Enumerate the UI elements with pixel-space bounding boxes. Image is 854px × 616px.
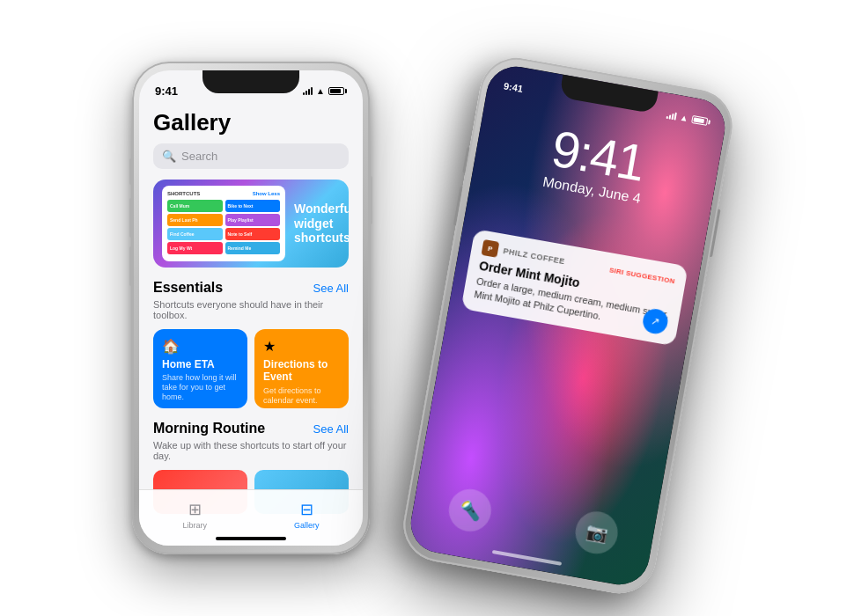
search-bar[interactable]: 🔍 Search (153, 143, 349, 169)
power-button-right[interactable] (710, 209, 721, 258)
morning-description: Wake up with these shortcuts to start of… (153, 440, 349, 461)
battery-icon (328, 87, 347, 95)
card-title: Directions to Event (263, 358, 340, 384)
camera-icon: 📷 (584, 520, 609, 545)
iphone-right-wrapper: 9:41 ▲ (423, 53, 722, 563)
star-icon: ★ (263, 338, 340, 355)
gallery-icon: ⊟ (300, 500, 313, 519)
morning-title: Morning Routine (153, 421, 265, 436)
search-placeholder: Search (181, 150, 217, 163)
lock-status-time: 9:41 (503, 80, 524, 94)
lock-wifi-icon: ▲ (679, 112, 689, 123)
shortcut-item: Find Coffee (167, 228, 223, 240)
home-icon: 🏠 (162, 338, 239, 355)
iphone-left: 9:41 ▲ Gallery (132, 62, 370, 554)
app-icon: P (481, 239, 499, 258)
shortcut-item: Call Mum (167, 200, 223, 212)
lock-signal-icon (666, 110, 678, 121)
card-title: Home ETA (162, 358, 239, 370)
notch (202, 70, 299, 93)
hero-banner: SHORTCUTS Show Less Call Mum Bike to Nex… (153, 180, 349, 268)
shortcut-item: Bike to Next (225, 200, 281, 212)
home-indicator (216, 537, 286, 540)
camera-button[interactable]: 📷 (572, 508, 622, 557)
tab-gallery[interactable]: ⊟ Gallery (294, 500, 320, 530)
essentials-title: Essentials (153, 280, 223, 296)
hero-text: Wonderful widget shortcuts (294, 202, 349, 246)
tab-bar: ⊞ Library ⊟ Gallery (139, 489, 363, 546)
library-icon: ⊞ (188, 500, 202, 519)
status-time: 9:41 (155, 84, 178, 98)
action-arrow-icon: ↗ (650, 314, 660, 328)
flashlight-button[interactable]: 🔦 (445, 486, 495, 535)
home-eta-card[interactable]: 🏠 Home ETA Share how long it will take f… (153, 329, 247, 408)
shortcuts-label: SHORTCUTS (167, 191, 200, 196)
shortcut-item: Note to Self (225, 228, 281, 240)
mute-switch-right[interactable] (462, 147, 469, 173)
lock-battery-icon (691, 114, 710, 126)
iphone-right: 9:41 ▲ (398, 52, 738, 599)
essentials-cards: 🏠 Home ETA Share how long it will take f… (153, 329, 349, 408)
power-button[interactable] (370, 176, 372, 224)
tab-library-label: Library (182, 521, 207, 530)
shortcuts-preview: SHORTCUTS Show Less Call Mum Bike to Nex… (162, 186, 285, 261)
search-icon: 🔍 (162, 150, 176, 163)
tab-library[interactable]: ⊞ Library (182, 500, 207, 530)
morning-header: Morning Routine See All (153, 421, 349, 436)
screen-content: Gallery 🔍 Search SHORTCUTS Show Less Cal… (139, 106, 363, 546)
wifi-icon: ▲ (316, 86, 325, 96)
signal-icon (303, 86, 313, 95)
essentials-description: Shortcuts everyone should have in their … (153, 299, 349, 320)
page-title: Gallery (153, 109, 349, 136)
shortcut-item: Play Playlist (225, 214, 281, 226)
right-screen: 9:41 ▲ (406, 62, 729, 589)
lock-status-icons: ▲ (666, 109, 711, 126)
shortcut-item: Remind Me (225, 242, 281, 254)
left-screen: 9:41 ▲ Gallery (139, 70, 363, 546)
volume-up-button[interactable] (129, 198, 132, 238)
card-desc: Get directions to calendar event. (263, 386, 340, 406)
essentials-see-all[interactable]: See All (313, 282, 349, 295)
directions-card[interactable]: ★ Directions to Event Get directions to … (254, 329, 349, 408)
shortcut-item: Send Last Ph (167, 214, 223, 226)
card-desc: Share how long it will take for you to g… (162, 373, 239, 401)
status-icons: ▲ (303, 86, 347, 96)
volume-up-right[interactable] (453, 186, 463, 225)
morning-see-all[interactable]: See All (313, 422, 349, 436)
tab-gallery-label: Gallery (294, 521, 320, 530)
mute-switch[interactable] (129, 158, 132, 185)
volume-down-button[interactable] (129, 246, 132, 286)
flashlight-icon: 🔦 (457, 498, 482, 523)
shortcut-item: Log My Wt (167, 242, 223, 254)
show-less-link[interactable]: Show Less (253, 191, 280, 196)
hero-headline: Wonderful widget shortcuts (294, 202, 349, 246)
essentials-header: Essentials See All (153, 280, 349, 296)
